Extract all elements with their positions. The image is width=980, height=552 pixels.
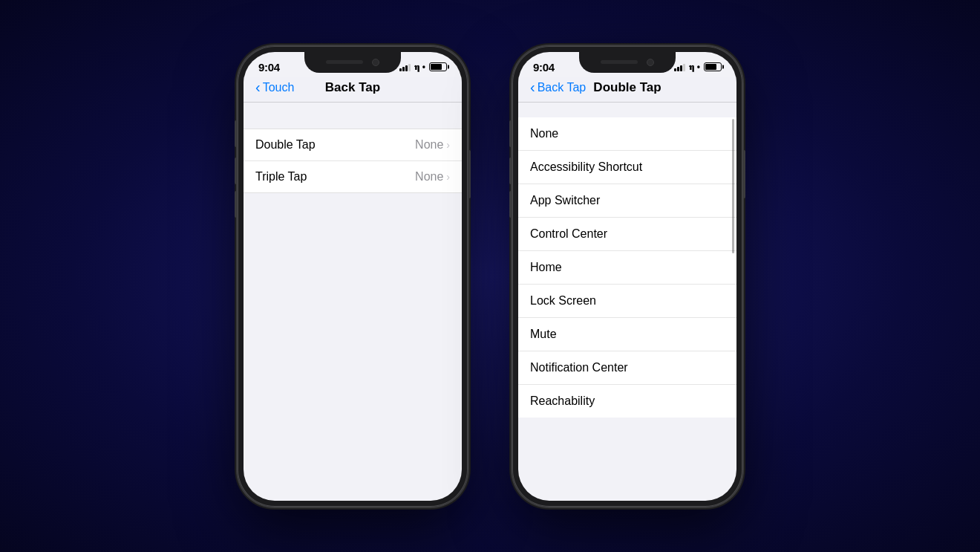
phone-1-screen: 9:04 𝛈 • ‹ Touch Back Tap	[244, 52, 462, 501]
wifi-icon-1: 𝛈 •	[414, 62, 425, 72]
triple-tap-label: Triple Tap	[255, 170, 307, 184]
back-label-2[interactable]: Back Tap	[538, 81, 587, 94]
option-mute-label: Mute	[530, 328, 557, 341]
option-mute[interactable]: Mute	[518, 318, 736, 351]
phone-1: 9:04 𝛈 • ‹ Touch Back Tap	[238, 46, 468, 507]
option-accessibility-shortcut[interactable]: Accessibility Shortcut	[518, 151, 736, 184]
triple-tap-value: None ›	[415, 170, 450, 184]
option-control-center-label: Control Center	[530, 227, 607, 241]
triple-tap-value-text: None	[415, 170, 443, 184]
back-chevron-1: ‹	[255, 79, 261, 96]
camera-2	[647, 59, 654, 66]
signal-bars-1	[399, 63, 411, 71]
signal-bar-2	[402, 67, 405, 71]
status-time-2: 9:04	[533, 61, 555, 74]
phone-2: 9:04 𝛈 • ‹ Back Tap Double Tap	[512, 46, 742, 507]
settings-list-1: Double Tap None › Triple Tap None ›	[244, 129, 462, 193]
back-label-1[interactable]: Touch	[263, 81, 295, 94]
back-chevron-2: ‹	[530, 79, 535, 96]
battery-icon-1	[429, 62, 447, 71]
status-time-1: 9:04	[258, 61, 280, 74]
option-none-label: None	[530, 127, 558, 140]
signal-bars-2	[674, 63, 685, 71]
nav-title-2: Double Tap	[593, 80, 661, 95]
battery-icon-2	[704, 62, 722, 71]
signal-bar-7	[680, 65, 682, 71]
speaker-2	[601, 60, 638, 64]
notch-1	[304, 52, 401, 73]
triple-tap-chevron: ›	[446, 171, 450, 183]
option-none[interactable]: None	[518, 117, 736, 151]
notch-2	[579, 52, 676, 73]
signal-bar-1	[399, 68, 402, 71]
battery-fill-1	[431, 64, 442, 70]
option-accessibility-shortcut-label: Accessibility Shortcut	[530, 160, 642, 174]
option-reachability-label: Reachability	[530, 394, 595, 408]
battery-fill-2	[705, 64, 716, 70]
triple-tap-item[interactable]: Triple Tap None ›	[244, 161, 462, 192]
status-icons-1: 𝛈 •	[399, 62, 447, 72]
option-app-switcher-label: App Switcher	[530, 194, 600, 207]
status-icons-2: 𝛈 •	[674, 62, 722, 72]
camera-1	[372, 59, 379, 66]
signal-bar-3	[405, 65, 408, 71]
double-tap-item[interactable]: Double Tap None ›	[244, 129, 462, 161]
double-tap-chevron: ›	[446, 139, 450, 151]
nav-bar-2: ‹ Back Tap Double Tap	[518, 77, 736, 103]
option-reachability[interactable]: Reachability	[518, 385, 736, 418]
nav-title-1: Back Tap	[325, 80, 380, 95]
signal-bar-6	[677, 67, 679, 71]
signal-bar-8	[683, 64, 685, 71]
double-tap-value: None ›	[415, 138, 450, 152]
double-tap-label: Double Tap	[255, 138, 316, 152]
wifi-icon-2: 𝛈 •	[689, 62, 700, 72]
option-home-label: Home	[530, 261, 562, 274]
nav-bar-1: ‹ Touch Back Tap	[244, 77, 462, 103]
option-control-center[interactable]: Control Center	[518, 218, 736, 251]
speaker-1	[326, 60, 363, 64]
option-app-switcher[interactable]: App Switcher	[518, 184, 736, 218]
option-lock-screen-label: Lock Screen	[530, 294, 596, 308]
phone-2-screen: 9:04 𝛈 • ‹ Back Tap Double Tap	[518, 52, 736, 501]
option-notification-center-label: Notification Center	[530, 361, 628, 374]
options-list: None Accessibility Shortcut App Switcher…	[518, 117, 736, 418]
signal-bar-4	[408, 64, 411, 71]
option-lock-screen[interactable]: Lock Screen	[518, 285, 736, 318]
option-notification-center[interactable]: Notification Center	[518, 351, 736, 385]
signal-bar-5	[674, 68, 676, 71]
scrollbar-2[interactable]	[732, 119, 734, 253]
option-home[interactable]: Home	[518, 251, 736, 285]
double-tap-value-text: None	[415, 138, 443, 152]
